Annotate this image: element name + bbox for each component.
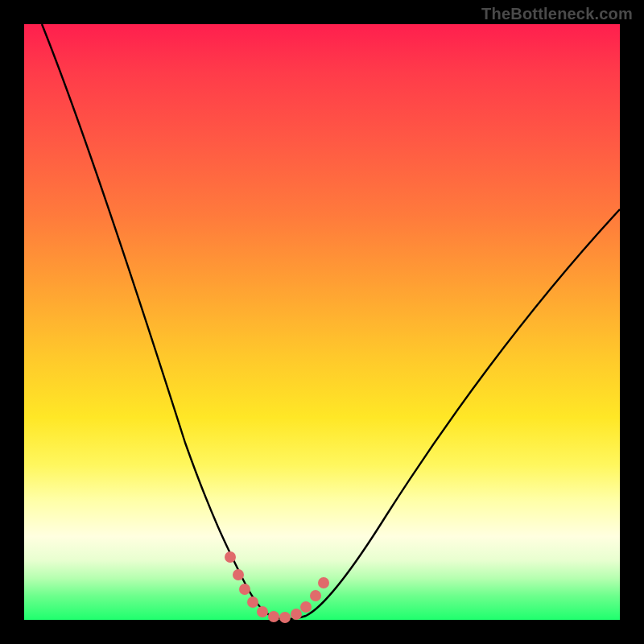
chart-svg xyxy=(24,24,620,620)
svg-point-0 xyxy=(225,551,236,563)
svg-point-2 xyxy=(239,584,250,595)
svg-point-4 xyxy=(257,606,268,617)
svg-point-9 xyxy=(310,590,321,601)
svg-point-10 xyxy=(318,577,329,588)
svg-point-1 xyxy=(233,569,244,580)
optimal-zone-dots xyxy=(225,551,329,623)
plot-area xyxy=(24,24,620,620)
svg-point-3 xyxy=(247,597,258,608)
svg-point-7 xyxy=(291,609,302,620)
svg-point-5 xyxy=(268,611,279,622)
bottleneck-curve xyxy=(42,24,620,619)
chart-frame: TheBottleneck.com xyxy=(0,0,644,644)
watermark-text: TheBottleneck.com xyxy=(481,5,633,23)
svg-point-6 xyxy=(279,612,291,623)
svg-point-8 xyxy=(300,601,312,613)
